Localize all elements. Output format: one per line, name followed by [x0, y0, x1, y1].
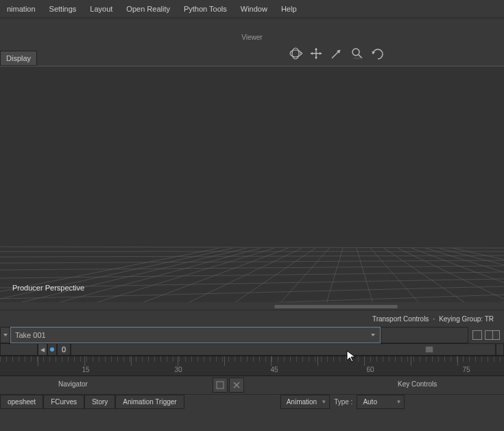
- record-indicator-icon[interactable]: [47, 343, 57, 356]
- current-frame[interactable]: 0: [57, 343, 71, 356]
- menu-item-settings[interactable]: Settings: [43, 1, 84, 16]
- bottom-panel-header: Navigator Key Controls: [0, 376, 504, 394]
- take-spacer: [381, 327, 468, 343]
- take-row: Take 001: [0, 327, 504, 343]
- display-button[interactable]: Display: [0, 51, 37, 66]
- timeline-track[interactable]: [71, 343, 496, 356]
- viewport-scroll[interactable]: [0, 302, 504, 310]
- step-back-icon[interactable]: ◀: [38, 343, 47, 356]
- ctrl-endcap: [496, 343, 504, 356]
- timeline-end-marker[interactable]: [425, 346, 433, 353]
- svg-point-2: [352, 49, 359, 56]
- animation-dropdown-label: Animation: [287, 398, 317, 406]
- scroll-thumb[interactable]: [274, 305, 398, 308]
- bottom-row: opesheet FCurves Story Animation Trigger…: [0, 394, 504, 409]
- menu-item-window[interactable]: Window: [234, 1, 274, 16]
- keying-group-label: Keying Group: TR: [439, 315, 494, 323]
- layout-split-icon[interactable]: [485, 330, 500, 340]
- separator-dot: ·: [433, 315, 435, 323]
- viewer-toolbar: Viewer Display: [0, 19, 504, 66]
- navigator-title: Navigator: [58, 380, 88, 388]
- tab-fcurves[interactable]: FCurves: [43, 395, 84, 409]
- ctrl-blank: [0, 343, 38, 356]
- menu-item-animation[interactable]: nimation: [0, 1, 43, 16]
- menu-item-help[interactable]: Help: [274, 1, 304, 16]
- undo-view-icon[interactable]: [370, 46, 385, 61]
- take-select[interactable]: Take 001: [10, 327, 381, 343]
- take-menu-icon[interactable]: [0, 327, 10, 343]
- type-label: Type :: [330, 395, 357, 409]
- close-icon[interactable]: [229, 378, 244, 393]
- ruler-label: 15: [82, 366, 89, 373]
- transport-header: Transport Controls · Keying Group: TR: [0, 310, 504, 327]
- svg-rect-4: [0, 66, 504, 302]
- ruler-label: 60: [366, 366, 374, 373]
- viewport-3d[interactable]: Producer Perspective: [0, 66, 504, 302]
- tab-animation-trigger[interactable]: Animation Trigger: [115, 395, 184, 409]
- chevron-down-icon: ▼: [321, 399, 326, 405]
- zoom-icon[interactable]: [350, 46, 365, 61]
- key-controls-title: Key Controls: [398, 380, 437, 388]
- svg-point-3: [352, 58, 362, 60]
- svg-point-33: [50, 347, 54, 352]
- tab-dopesheet[interactable]: opesheet: [0, 395, 43, 409]
- animation-dropdown[interactable]: Animation ▼: [280, 395, 330, 409]
- layout-single-icon[interactable]: [472, 330, 482, 340]
- menu-item-python-tools[interactable]: Python Tools: [177, 1, 234, 16]
- type-dropdown[interactable]: Auto ▼: [357, 395, 405, 409]
- camera-label: Producer Perspective: [12, 284, 84, 292]
- timeline-ruler[interactable]: 1530456075: [0, 356, 504, 376]
- ruler-label: 45: [270, 366, 278, 373]
- dolly-icon[interactable]: [329, 46, 344, 61]
- menu-bar: nimation Settings Layout Open Reality Py…: [0, 0, 504, 19]
- pan-icon[interactable]: [309, 46, 324, 61]
- transport-title: Transport Controls: [372, 315, 429, 323]
- svg-point-0: [290, 50, 301, 57]
- ruler-label: 75: [462, 366, 470, 373]
- type-dropdown-value: Auto: [363, 398, 377, 406]
- menu-item-open-reality[interactable]: Open Reality: [119, 1, 177, 16]
- svg-rect-34: [217, 382, 224, 389]
- take-name: Take 001: [15, 331, 46, 339]
- orbit-icon[interactable]: [288, 46, 303, 61]
- timeline-controls: ◀ 0: [0, 343, 504, 356]
- ruler-label: 30: [174, 366, 182, 373]
- tab-story[interactable]: Story: [84, 395, 115, 409]
- maximize-icon[interactable]: [213, 378, 228, 393]
- viewer-label: Viewer: [241, 34, 262, 41]
- menu-item-layout[interactable]: Layout: [83, 1, 119, 16]
- chevron-down-icon: ▼: [396, 399, 401, 405]
- chevron-down-icon: [370, 331, 376, 339]
